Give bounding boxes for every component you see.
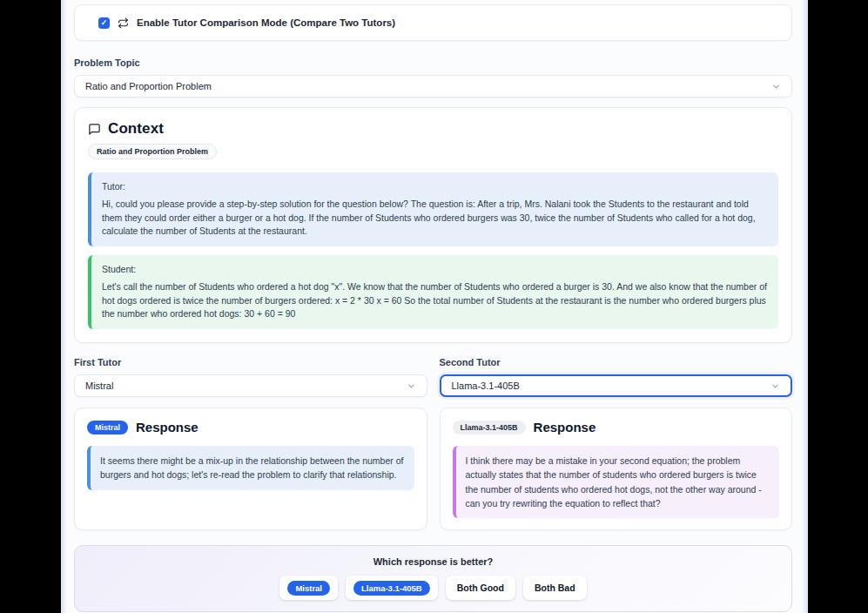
vote-second-tutor-pill: Llama-3.1-405B: [353, 581, 430, 596]
second-tutor-label: Second Tutor: [440, 357, 793, 367]
student-message: Student: Let's call the number of Studen…: [88, 255, 778, 329]
first-tutor-response-card: Mistral Response It seems there might be…: [74, 408, 427, 530]
chevron-down-icon: [407, 381, 416, 391]
context-topic-badge: Ratio and Proportion Problem: [88, 144, 217, 159]
vote-first-tutor-button[interactable]: Mistral: [279, 576, 338, 600]
first-tutor-value: Mistral: [85, 381, 113, 391]
compare-arrows-icon: [118, 17, 129, 29]
vote-buttons-row: Mistral Llama-3.1-405B Both Good Both Ba…: [84, 576, 783, 600]
tutor-message-text: Hi, could you please provide a step-by-s…: [102, 199, 756, 237]
context-title: Context: [108, 120, 164, 138]
main-content: ✓ Enable Tutor Comparison Mode (Compare …: [74, 0, 792, 613]
first-response-message: It seems there might be a mix-up in the …: [87, 446, 414, 490]
chevron-down-icon: [770, 381, 780, 391]
comparison-toggle-label: Enable Tutor Comparison Mode (Compare Tw…: [137, 17, 395, 28]
app-page: ✓ Enable Tutor Comparison Mode (Compare …: [61, 0, 808, 613]
problem-topic-value: Ratio and Proportion Problem: [85, 81, 212, 91]
first-tutor-badge: Mistral: [87, 421, 128, 434]
problem-topic-select[interactable]: Ratio and Proportion Problem: [74, 75, 792, 98]
second-response-title: Response: [534, 420, 596, 434]
left-edge-strip: [61, 0, 67, 613]
vote-first-tutor-pill: Mistral: [287, 581, 330, 596]
first-response-title: Response: [136, 420, 198, 434]
comparison-checkbox[interactable]: ✓: [98, 17, 110, 29]
second-tutor-select[interactable]: Llama-3.1-405B: [440, 374, 793, 397]
tutor-message: Tutor: Hi, could you please provide a st…: [88, 172, 778, 246]
vote-section: Which response is better? Mistral Llama-…: [74, 545, 792, 612]
first-tutor-label: First Tutor: [74, 357, 427, 367]
student-message-text: Let's call the number of Students who or…: [102, 281, 767, 320]
second-response-header: Llama-3.1-405B Response: [453, 420, 780, 434]
responses-row: Mistral Response It seems there might be…: [74, 408, 792, 530]
student-message-role: Student:: [102, 263, 768, 277]
first-response-header: Mistral Response: [87, 420, 414, 434]
tutor-selectors-row: First Tutor Mistral Second Tutor Llama-3…: [74, 357, 792, 397]
vote-question: Which response is better?: [84, 556, 783, 567]
context-card: Context Ratio and Proportion Problem Tut…: [74, 107, 792, 343]
vote-second-tutor-button[interactable]: Llama-3.1-405B: [346, 576, 438, 600]
comparison-mode-toggle[interactable]: ✓ Enable Tutor Comparison Mode (Compare …: [74, 4, 792, 41]
speech-bubble-icon: [88, 123, 101, 136]
second-response-message: I think there may be a mistake in your s…: [453, 446, 780, 518]
second-tutor-badge: Llama-3.1-405B: [453, 421, 526, 434]
second-tutor-field: Second Tutor Llama-3.1-405B: [440, 357, 793, 397]
second-tutor-response-card: Llama-3.1-405B Response I think there ma…: [440, 408, 793, 530]
right-edge-strip: [801, 0, 808, 613]
first-tutor-field: First Tutor Mistral: [74, 357, 427, 397]
context-header: Context: [88, 120, 778, 138]
second-tutor-value: Llama-3.1-405B: [452, 381, 520, 391]
vote-both-bad-button[interactable]: Both Bad: [523, 576, 587, 600]
vote-both-good-button[interactable]: Both Good: [446, 576, 515, 600]
problem-topic-label: Problem Topic: [74, 57, 792, 68]
first-tutor-select[interactable]: Mistral: [74, 374, 427, 397]
tutor-message-role: Tutor:: [102, 180, 768, 194]
chevron-down-icon: [771, 82, 781, 91]
